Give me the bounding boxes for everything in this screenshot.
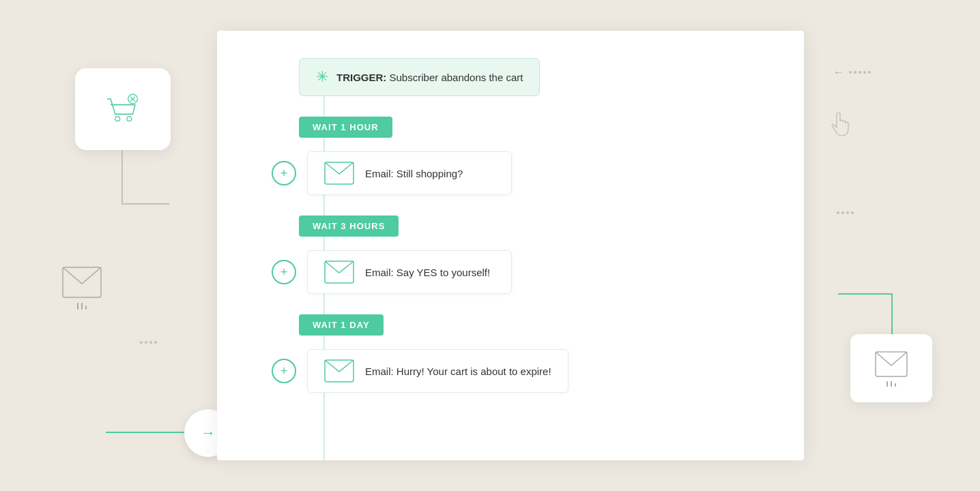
add-plus-icon-1: + [280, 166, 288, 181]
trigger-label: TRIGGER: [336, 72, 386, 83]
main-workflow-panel: ✳ TRIGGER: Subscriber abandons the cart … [217, 31, 804, 460]
wait-3-label: WAIT 1 DAY [313, 320, 370, 330]
bg-dots-mid [837, 211, 854, 214]
trigger-star-icon: ✳ [316, 68, 328, 86]
email-2-label: Email: Say YES to yourself! [365, 267, 490, 278]
cursor-hand-icon [830, 113, 850, 137]
bg-envelope-left-icon [61, 266, 102, 299]
envelope-right-bars [887, 381, 896, 387]
email-row-2: + Email: Say YES to yourself! [272, 250, 512, 294]
email-card-1[interactable]: Email: Still shopping? [307, 151, 512, 195]
wait-2-label: WAIT 3 HOURS [313, 221, 385, 231]
bg-envelope-left-widget [61, 266, 102, 310]
bg-dots-bottom [140, 341, 157, 344]
wait-block-2[interactable]: WAIT 3 HOURS [299, 215, 399, 237]
email-row-1: + Email: Still shopping? [272, 151, 512, 195]
bg-cursor-widget [830, 113, 850, 140]
add-button-2[interactable]: + [272, 260, 296, 284]
email-card-3[interactable]: Email: Hurry! Your cart is about to expi… [307, 349, 568, 393]
envelope-icon-3 [324, 359, 354, 383]
add-button-3[interactable]: + [272, 359, 296, 383]
add-plus-icon-2: + [280, 265, 288, 280]
bg-envelope-right-widget [850, 334, 932, 402]
bg-cart-widget [75, 68, 171, 150]
bg-connector-right-h [838, 293, 893, 295]
svg-point-3 [115, 116, 120, 121]
wait-block-1[interactable]: WAIT 1 HOUR [299, 117, 392, 138]
email-3-label: Email: Hurry! Your cart is about to expi… [365, 366, 551, 377]
email-row-3: + Email: Hurry! Your cart is about to ex… [272, 349, 568, 393]
trigger-text: TRIGGER: Subscriber abandons the cart [336, 72, 523, 83]
bg-back-arrow-area: ← [833, 66, 871, 78]
email-card-2[interactable]: Email: Say YES to yourself! [307, 250, 512, 294]
wait-1-label: WAIT 1 HOUR [313, 122, 379, 132]
cart-icon [102, 91, 143, 128]
envelope-right-content [874, 351, 908, 387]
arrow-right-icon: → [201, 424, 216, 442]
svg-point-4 [127, 116, 132, 121]
wait-block-3[interactable]: WAIT 1 DAY [299, 314, 384, 336]
workflow-container: ✳ TRIGGER: Subscriber abandons the cart … [217, 31, 804, 441]
bg-envelope-right-icon [874, 351, 908, 378]
add-plus-icon-3: + [280, 364, 288, 378]
envelope-icon-2 [324, 261, 354, 284]
envelope-icon-1 [324, 162, 354, 185]
back-arrow-icon: ← [833, 66, 844, 78]
envelope-left-bars [77, 303, 87, 310]
trigger-description: Subscriber abandons the cart [390, 72, 523, 83]
add-button-1[interactable]: + [272, 161, 296, 185]
trigger-block: ✳ TRIGGER: Subscriber abandons the cart [299, 58, 540, 96]
email-1-label: Email: Still shopping? [365, 168, 463, 179]
bg-arrow-line [106, 432, 188, 433]
bg-connector-left [121, 150, 169, 205]
